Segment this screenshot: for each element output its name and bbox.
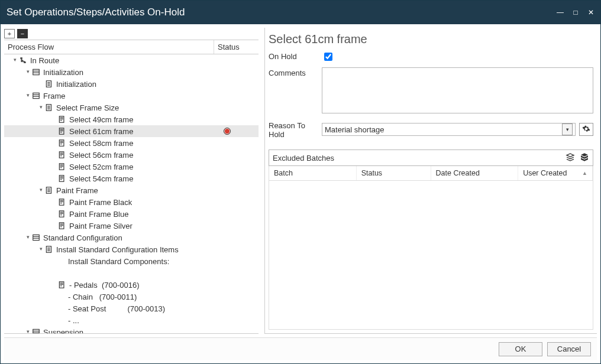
on-hold-icon — [224, 128, 231, 135]
excluded-grid-body[interactable] — [269, 181, 593, 330]
col-batch[interactable]: Batch — [269, 166, 357, 180]
tree-label: - Chain (700-0011) — [68, 292, 137, 301]
excluded-header: Excluded Batches — [269, 150, 593, 166]
comments-label: Comments — [269, 67, 322, 77]
tree-label: Standard Configuration — [43, 233, 122, 242]
section-icon — [31, 327, 41, 333]
tree-row[interactable]: Initialization — [4, 78, 259, 90]
expander-icon[interactable]: ▾ — [37, 246, 44, 252]
ok-button[interactable]: OK — [499, 342, 542, 356]
tree-label: Select 49cm frame — [69, 115, 133, 124]
tree-row[interactable]: ▾Select Frame Size — [4, 102, 259, 113]
expander-icon[interactable]: ▾ — [24, 234, 31, 240]
activity-icon — [57, 126, 67, 136]
window-title: Set Operations/Steps/Activities On-Hold — [7, 6, 185, 18]
tree-row[interactable]: Select 58cm frame — [4, 137, 259, 149]
tree-row[interactable]: Select 49cm frame — [4, 113, 259, 125]
tree-label: Initialization — [43, 68, 83, 77]
tree-row[interactable]: ▾Initialization — [4, 66, 259, 78]
tree-label: Select 61cm frame — [69, 127, 133, 136]
dialog-footer: OK Cancel — [4, 337, 597, 360]
col-status[interactable]: Status — [357, 166, 431, 180]
remove-batch-icon[interactable] — [580, 152, 589, 164]
step-icon — [44, 245, 54, 254]
reason-label: Reason To Hold — [269, 120, 322, 139]
reason-row: Reason To Hold Material shortage ▾ — [269, 120, 593, 139]
gear-icon — [582, 125, 590, 135]
tree-header-status[interactable]: Status — [214, 40, 259, 54]
tree-row[interactable]: Select 52cm frame — [4, 161, 259, 173]
tree-body[interactable]: ▾In Route▾InitializationInitialization▾F… — [4, 54, 259, 333]
tree-label: Paint Frame Silver — [69, 222, 133, 230]
excluded-columns: Batch Status Date Created User Created ▲ — [269, 166, 593, 181]
add-batch-icon[interactable] — [566, 152, 575, 164]
tree-row[interactable]: ▾Suspension — [4, 326, 259, 333]
details-panel: Select 61cm frame On Hold Comments Reaso… — [264, 28, 597, 334]
col-user-created[interactable]: User Created ▲ — [518, 166, 593, 180]
expander-icon[interactable]: ▾ — [37, 104, 44, 110]
tree-label: Suspension — [43, 328, 83, 334]
onhold-checkbox[interactable] — [324, 53, 332, 61]
tree-row[interactable]: Install Standard Components: — [4, 255, 259, 267]
onhold-label: On Hold — [269, 51, 322, 61]
comments-row: Comments — [269, 67, 593, 115]
tree-label: - Pedals (700-0016) — [69, 281, 140, 290]
tree-row[interactable]: Select 56cm frame — [4, 149, 259, 161]
content-area: + − Process Flow Status ▾In Route▾Initia… — [1, 24, 600, 363]
tree-row[interactable]: ▾In Route — [4, 54, 259, 66]
excluded-batches-section: Excluded Batches Batch Status Date Creat… — [269, 150, 593, 330]
details-title: Select 61cm frame — [269, 32, 593, 46]
tree-row[interactable]: ▾Frame — [4, 90, 259, 102]
tree-label: - Seat Post (700-0013) — [68, 304, 165, 313]
svg-rect-27 — [33, 235, 40, 240]
route-icon — [18, 56, 28, 65]
maximize-button[interactable]: □ — [572, 9, 579, 16]
reason-dropdown-button[interactable]: ▾ — [562, 124, 573, 135]
excluded-title: Excluded Batches — [273, 154, 334, 162]
expander-icon[interactable]: ▾ — [24, 329, 31, 333]
tree-header-process[interactable]: Process Flow — [4, 40, 214, 54]
tree-row[interactable]: Select 61cm frame — [4, 125, 259, 137]
tree-status-cell — [224, 128, 256, 135]
step-icon — [44, 103, 54, 112]
close-button[interactable]: ✕ — [587, 9, 594, 16]
col-user-label: User Created — [523, 169, 567, 177]
tree-row[interactable]: Paint Frame Silver — [4, 220, 259, 232]
tree-row[interactable]: - Pedals (700-0016) — [4, 279, 259, 291]
cancel-button[interactable]: Cancel — [547, 342, 591, 356]
activity-icon — [57, 280, 67, 290]
step-icon — [44, 186, 54, 195]
collapse-all-button[interactable]: − — [17, 29, 28, 38]
reason-select[interactable]: Material shortage ▾ — [322, 123, 576, 136]
tree-row[interactable]: - Seat Post (700-0013) — [4, 303, 259, 314]
expand-all-button[interactable]: + — [4, 29, 15, 38]
tree-label: Paint Frame Blue — [69, 210, 128, 219]
tree-row[interactable]: Select 54cm frame — [4, 173, 259, 184]
tree-label: Select Frame Size — [56, 103, 119, 112]
svg-rect-0 — [33, 69, 40, 74]
expander-icon[interactable]: ▾ — [11, 57, 18, 63]
tree-row[interactable]: - ... — [4, 314, 259, 326]
tree-label: Install Standard Configuration Items — [56, 245, 179, 254]
section-icon — [31, 233, 41, 242]
tree-row[interactable]: - Chain (700-0011) — [4, 291, 259, 303]
tree-row[interactable] — [4, 267, 259, 279]
tree-row[interactable]: Paint Frame Blue — [4, 208, 259, 220]
expander-icon[interactable]: ▾ — [24, 69, 31, 74]
tree-row[interactable]: ▾Paint Frame — [4, 184, 259, 196]
expander-icon[interactable]: ▾ — [37, 187, 44, 193]
tree-row[interactable]: ▾Install Standard Configuration Items — [4, 243, 259, 255]
minimize-button[interactable]: — — [557, 9, 564, 16]
tree-row[interactable]: Paint Frame Black — [4, 196, 259, 208]
tree-toolbar: + − — [4, 28, 259, 40]
tree-label: Install Standard Components: — [68, 257, 169, 266]
tree-row[interactable]: ▾Standard Configuration — [4, 232, 259, 243]
activity-icon — [57, 115, 67, 124]
activity-icon — [57, 209, 67, 219]
window-controls: — □ ✕ — [557, 9, 594, 16]
tree-label: Select 54cm frame — [69, 174, 133, 183]
expander-icon[interactable]: ▾ — [24, 92, 31, 98]
reason-settings-button[interactable] — [579, 123, 593, 136]
col-date-created[interactable]: Date Created — [431, 166, 519, 180]
comments-input[interactable] — [322, 67, 593, 113]
